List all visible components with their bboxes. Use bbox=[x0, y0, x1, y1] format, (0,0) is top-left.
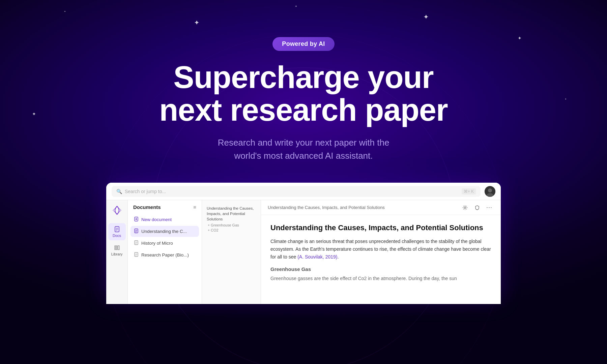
breadcrumb-text: Understanding the Causes, Impacts, and P… bbox=[268, 205, 385, 210]
top-bar: 🔍 Search or jump to... ⌘+ K bbox=[106, 183, 501, 200]
shield-icon[interactable] bbox=[472, 203, 482, 212]
search-bar[interactable]: 🔍 Search or jump to... ⌘+ K bbox=[112, 186, 481, 197]
doc-sidebar: Documents ≡ New document bbox=[128, 200, 202, 304]
search-shortcut: ⌘+ K bbox=[462, 188, 476, 194]
toc-sub-item-2[interactable]: CO2 bbox=[207, 228, 256, 232]
hero-heading: Supercharge your next research paper bbox=[159, 61, 447, 126]
svg-point-1 bbox=[488, 188, 492, 192]
search-icon: 🔍 bbox=[116, 189, 122, 194]
section-para-greenhouse: Greenhouse gasses are the side effect of… bbox=[270, 275, 491, 282]
content-breadcrumb: Understanding the Causes, Impacts, and P… bbox=[261, 200, 501, 215]
svg-rect-7 bbox=[115, 246, 116, 250]
doc-1-label: Understanding the C... bbox=[141, 229, 187, 234]
sidebar-item-library[interactable]: Library bbox=[108, 242, 126, 259]
new-doc-label: New document bbox=[141, 217, 172, 222]
toc-sub-item-1[interactable]: Greenhouse Gas bbox=[207, 223, 256, 227]
doc-icon-2 bbox=[134, 240, 139, 246]
doc-sidebar-header: Documents ≡ bbox=[128, 204, 202, 214]
doc-item-1[interactable]: Understanding the C... bbox=[131, 226, 199, 237]
doc-item-new[interactable]: New document bbox=[131, 214, 199, 225]
app-window: 🔍 Search or jump to... ⌘+ K bbox=[106, 183, 501, 304]
doc-3-label: Research Paper (Bio...) bbox=[141, 252, 189, 257]
content-area: Understanding the Causes, Impacts, and P… bbox=[261, 200, 501, 304]
doc-icon-3 bbox=[134, 252, 139, 258]
app-body: Docs Library Documents ≡ bbox=[106, 200, 501, 304]
toc-main-item[interactable]: Understanding the Causes, Impacts, and P… bbox=[207, 206, 256, 222]
content-body: Understanding the Causes, Impacts, and P… bbox=[261, 215, 501, 290]
icon-sidebar: Docs Library bbox=[106, 200, 128, 304]
doc-2-label: History of Micro bbox=[141, 241, 173, 246]
doc-item-2[interactable]: History of Micro bbox=[131, 238, 199, 249]
sidebar-library-label: Library bbox=[111, 252, 123, 256]
doc-icon-1 bbox=[134, 229, 139, 234]
new-doc-icon bbox=[134, 217, 139, 222]
settings-icon[interactable] bbox=[460, 203, 470, 212]
svg-rect-8 bbox=[116, 246, 117, 250]
hero-heading-line2: next research paper bbox=[159, 93, 447, 127]
svg-point-25 bbox=[464, 207, 466, 208]
toc-panel: Understanding the Causes, Impacts, and P… bbox=[202, 200, 261, 304]
section-title-greenhouse: Greenhouse Gas bbox=[270, 266, 491, 272]
content-title: Understanding the Causes, Impacts, and P… bbox=[270, 223, 491, 233]
doc-item-3[interactable]: Research Paper (Bio...) bbox=[131, 249, 199, 261]
search-placeholder-text: Search or jump to... bbox=[125, 189, 459, 194]
avatar[interactable] bbox=[485, 186, 495, 197]
doc-list: New document Understanding the bbox=[128, 214, 202, 261]
more-icon[interactable]: ··· bbox=[485, 203, 494, 212]
citation-1: (A. Souvilak, 2019) bbox=[297, 254, 337, 260]
filter-icon[interactable]: ≡ bbox=[193, 204, 196, 210]
sidebar-docs-label: Docs bbox=[113, 234, 121, 238]
doc-sidebar-title: Documents bbox=[133, 204, 161, 210]
sidebar-item-docs[interactable]: Docs bbox=[108, 223, 126, 240]
hero-heading-line1: Supercharge your bbox=[173, 60, 433, 94]
content-para-1-end: . bbox=[337, 254, 339, 260]
app-logo bbox=[111, 204, 123, 216]
ai-badge: Powered by AI bbox=[272, 37, 334, 51]
main-content: Powered by AI Supercharge your next rese… bbox=[0, 0, 607, 304]
content-actions: ··· bbox=[460, 203, 494, 212]
hero-subheading: Research and write your next paper with … bbox=[218, 136, 389, 162]
content-paragraph-1: Climate change is an serious threat that… bbox=[270, 238, 491, 261]
svg-rect-9 bbox=[118, 246, 119, 250]
